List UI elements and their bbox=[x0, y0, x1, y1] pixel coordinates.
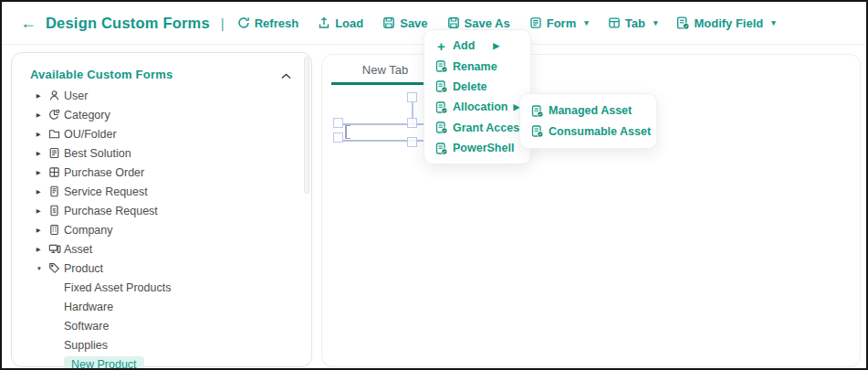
doc-check-icon bbox=[435, 60, 447, 72]
modify-field-icon bbox=[676, 16, 689, 29]
collapse-arrow-icon[interactable]: ▼ bbox=[37, 265, 48, 270]
expand-arrow-icon[interactable]: ▶ bbox=[37, 246, 48, 252]
tree-child-new-product[interactable]: New Product bbox=[12, 354, 311, 370]
expand-arrow-icon[interactable]: ▶ bbox=[37, 92, 48, 99]
expand-arrow-icon[interactable]: ▶ bbox=[37, 227, 48, 233]
menu-item-add[interactable]: + Add ▶ bbox=[424, 36, 530, 56]
save-label: Save bbox=[400, 16, 427, 30]
tree-item-purchase-order[interactable]: ▶ Purchase Order bbox=[12, 163, 311, 182]
field-bottom-border bbox=[343, 140, 434, 142]
building-icon bbox=[48, 224, 64, 236]
tab-menu-label: Tab bbox=[625, 16, 645, 30]
tree-child-label: Supplies bbox=[64, 339, 108, 352]
tab-dropdown-menu: + Add ▶ Rename Delete Allocation ▶ Grant… bbox=[424, 29, 531, 164]
submenu-item-managed-asset[interactable]: Managed Asset bbox=[520, 100, 656, 121]
tree-child-hardware[interactable]: Hardware bbox=[12, 297, 311, 316]
page-title: Design Custom Forms bbox=[46, 15, 210, 32]
refresh-label: Refresh bbox=[255, 16, 298, 30]
tree-child-label: Fixed Asset Products bbox=[64, 281, 171, 294]
menu-item-powershell[interactable]: PowerShell bbox=[424, 138, 530, 158]
menu-item-grant-access[interactable]: Grant Access bbox=[424, 118, 530, 138]
tree-child-label: Software bbox=[64, 320, 109, 333]
expand-arrow-icon[interactable]: ▶ bbox=[37, 207, 48, 214]
tree-item-category[interactable]: ▶ Category bbox=[12, 105, 311, 124]
forms-tree: ▶ User ▶ Category ▶ bbox=[12, 86, 311, 370]
resize-handle-left-top[interactable] bbox=[333, 118, 343, 128]
save-as-button[interactable]: Save As bbox=[447, 16, 510, 30]
submenu-item-consumable-asset[interactable]: Consumable Asset bbox=[520, 121, 656, 141]
menu-item-delete[interactable]: Delete bbox=[424, 77, 530, 97]
tree-item-label: Product bbox=[64, 262, 103, 275]
tree-item-service-request[interactable]: ▶ Service Request bbox=[12, 182, 311, 201]
doc-check-icon bbox=[435, 143, 447, 154]
menu-item-label: Grant Access bbox=[453, 122, 526, 134]
resize-handle-right-top[interactable] bbox=[407, 118, 417, 128]
resize-handle-left-bottom[interactable] bbox=[333, 132, 343, 143]
doc-check-icon bbox=[531, 125, 543, 137]
tree-item-product[interactable]: ▼ Product bbox=[12, 259, 311, 278]
document-icon bbox=[48, 147, 64, 159]
user-icon bbox=[48, 90, 64, 101]
doc-check-icon bbox=[435, 80, 447, 92]
load-label: Load bbox=[335, 16, 363, 30]
tree-item-user[interactable]: ▶ User bbox=[12, 86, 311, 105]
tree-item-label: Purchase Order bbox=[64, 166, 144, 179]
svg-text:$: $ bbox=[53, 207, 57, 214]
tree-item-label: User bbox=[64, 90, 88, 102]
submenu-item-label: Managed Asset bbox=[549, 104, 632, 117]
form-menu-button[interactable]: Form ▾ bbox=[529, 16, 589, 30]
tree-item-asset[interactable]: ▶ Asset bbox=[12, 239, 311, 259]
grid-icon bbox=[48, 166, 64, 178]
collapse-chevron-icon[interactable] bbox=[281, 67, 291, 83]
tree-item-company[interactable]: ▶ Company bbox=[12, 220, 311, 239]
tree-item-label: Purchase Request bbox=[64, 205, 158, 217]
tree-item-best-solution[interactable]: ▶ Best Solution bbox=[12, 143, 311, 163]
chevron-down-icon: ▾ bbox=[771, 18, 776, 27]
back-icon[interactable]: ← bbox=[20, 14, 37, 33]
resize-handle-right-bottom[interactable] bbox=[407, 137, 417, 147]
menu-item-allocation[interactable]: Allocation ▶ bbox=[424, 97, 530, 117]
modify-field-label: Modify Field bbox=[694, 16, 763, 30]
sidebar-title: Available Custom Forms bbox=[30, 68, 173, 81]
save-as-label: Save As bbox=[465, 16, 510, 30]
tab-menu-button[interactable]: Tab ▾ bbox=[608, 16, 658, 30]
menu-item-label: PowerShell bbox=[453, 142, 514, 154]
tree-item-label: Category bbox=[64, 109, 110, 122]
toolbar-divider: | bbox=[221, 16, 225, 31]
allocation-submenu: Managed Asset Consumable Asset bbox=[519, 93, 657, 149]
dollar-doc-icon: $ bbox=[48, 205, 64, 217]
doc-check-icon bbox=[435, 122, 447, 133]
menu-item-label: Allocation bbox=[453, 100, 507, 113]
refresh-button[interactable]: Refresh bbox=[237, 16, 298, 30]
expand-arrow-icon[interactable]: ▶ bbox=[37, 150, 48, 156]
tree-item-ou-folder[interactable]: ▶ OU/Folder bbox=[12, 124, 311, 143]
field-top-border bbox=[343, 123, 434, 125]
expand-arrow-icon[interactable]: ▶ bbox=[37, 111, 48, 118]
expand-arrow-icon[interactable]: ▶ bbox=[37, 188, 48, 195]
tree-item-label: Company bbox=[64, 224, 113, 237]
save-button[interactable]: Save bbox=[382, 16, 427, 30]
submenu-arrow-icon: ▶ bbox=[493, 41, 499, 50]
request-doc-icon bbox=[48, 185, 64, 197]
tree-child-fixed-asset-products[interactable]: Fixed Asset Products bbox=[12, 278, 311, 297]
doc-check-icon bbox=[531, 105, 543, 117]
expand-arrow-icon[interactable]: ▶ bbox=[37, 169, 48, 175]
expand-arrow-icon[interactable]: ▶ bbox=[37, 131, 48, 137]
form-icon bbox=[529, 16, 542, 29]
rotation-handle[interactable] bbox=[407, 92, 417, 102]
sidebar-scrollbar[interactable] bbox=[304, 57, 309, 194]
tree-child-software[interactable]: Software bbox=[12, 316, 311, 335]
monitor-icon bbox=[48, 243, 64, 255]
chevron-down-icon: ▾ bbox=[584, 18, 589, 27]
available-forms-panel: Available Custom Forms ▶ User ▶ bbox=[11, 52, 312, 367]
doc-check-icon bbox=[435, 101, 447, 113]
field-left-edge bbox=[345, 125, 350, 139]
tree-child-supplies[interactable]: Supplies bbox=[12, 335, 311, 354]
modify-field-menu-button[interactable]: Modify Field ▾ bbox=[676, 16, 775, 30]
tree-child-label: Hardware bbox=[64, 301, 113, 313]
chevron-down-icon: ▾ bbox=[654, 18, 658, 27]
tree-item-purchase-request[interactable]: ▶ $ Purchase Request bbox=[12, 201, 311, 220]
upload-icon bbox=[318, 16, 330, 29]
menu-item-rename[interactable]: Rename bbox=[424, 56, 530, 76]
load-button[interactable]: Load bbox=[318, 16, 363, 30]
